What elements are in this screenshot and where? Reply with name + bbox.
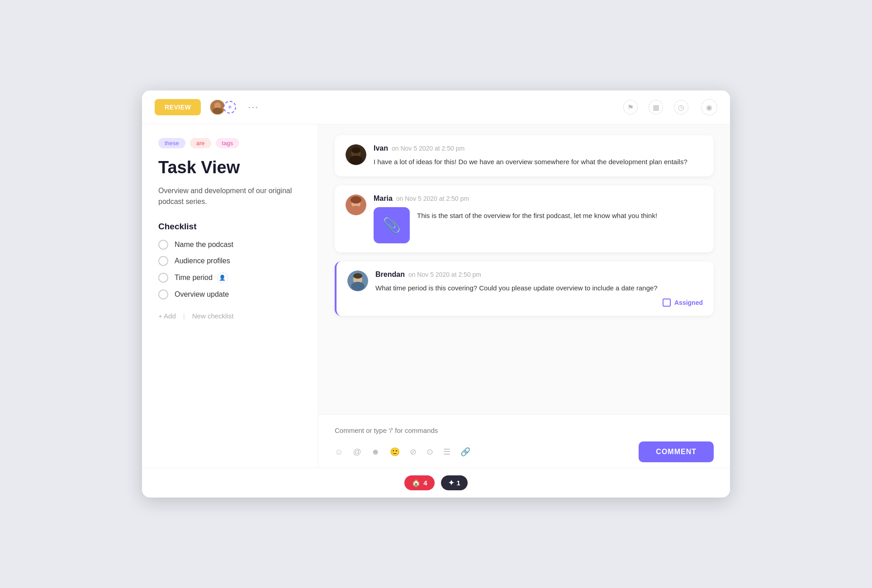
review-button[interactable]: REVIEW xyxy=(155,99,201,115)
integration-count: 1 xyxy=(457,479,460,487)
comment-author: Brendan xyxy=(375,270,405,279)
checklist-item-label: Audience profiles xyxy=(175,257,230,265)
avatar-maria xyxy=(346,194,366,215)
comment-text: This is the start of the overview for th… xyxy=(417,207,657,221)
comment-text: I have a lot of ideas for this! Do we ha… xyxy=(374,157,703,167)
notification-icon: 🏠 xyxy=(412,479,421,487)
checkbox-name-podcast[interactable] xyxy=(158,240,168,250)
assign-avatar-icon: 👤 xyxy=(217,272,228,283)
flag-icon[interactable]: ⚑ xyxy=(623,100,638,114)
comment-card-maria: Maria on Nov 5 2020 at 2:50 pm 📎 This is… xyxy=(335,185,714,252)
checklist-item: Audience profiles xyxy=(158,256,302,266)
notification-count: 4 xyxy=(423,479,427,487)
checklist-item: Time period 👤 xyxy=(158,272,302,283)
task-description: Overview and development of our original… xyxy=(158,185,302,207)
checkbox-audience[interactable] xyxy=(158,256,168,266)
checklist-item-label: Time period 👤 xyxy=(175,272,228,283)
assigned-checkbox[interactable] xyxy=(663,299,671,307)
top-icons: ⚑ ▦ ◷ xyxy=(623,100,688,114)
svg-point-15 xyxy=(351,282,365,291)
comment-time: on Nov 5 2020 at 2:50 pm xyxy=(392,145,464,152)
comment-header: Maria on Nov 5 2020 at 2:50 pm xyxy=(374,194,703,203)
svg-point-2 xyxy=(213,108,222,114)
svg-point-11 xyxy=(349,206,363,215)
tag-these[interactable]: these xyxy=(158,138,185,148)
comment-text: What time period is this covering? Could… xyxy=(375,283,703,294)
checkbox-overview[interactable] xyxy=(158,289,168,299)
integration-icon: ✦ xyxy=(448,479,454,487)
bottom-bar: 🏠 4 ✦ 1 xyxy=(142,468,730,498)
comment-header: Ivan on Nov 5 2020 at 2:50 pm xyxy=(374,144,703,152)
checklist-item: Overview update xyxy=(158,289,302,299)
avatar-brendan xyxy=(347,270,368,291)
assigned-label: Assigned xyxy=(674,299,703,306)
comment-input[interactable] xyxy=(335,423,714,438)
attachment-thumbnail: 📎 xyxy=(374,207,410,243)
comment-time: on Nov 5 2020 at 2:50 pm xyxy=(408,271,481,278)
comment-body: Maria on Nov 5 2020 at 2:50 pm 📎 This is… xyxy=(374,194,703,243)
list-icon[interactable]: ☰ xyxy=(443,447,450,457)
checklist-item-label: Overview update xyxy=(175,290,229,299)
attach-icon[interactable]: 🔗 xyxy=(460,447,470,457)
comment-card-brendan: Brendan on Nov 5 2020 at 2:50 pm What ti… xyxy=(335,261,714,316)
eye-icon[interactable]: ◉ xyxy=(701,99,717,115)
smiley-icon[interactable]: 🙂 xyxy=(390,447,400,457)
top-bar-right: ⚑ ▦ ◷ ◉ xyxy=(623,99,717,115)
comment-author: Maria xyxy=(374,194,393,203)
badge-notifications[interactable]: 🏠 4 xyxy=(404,475,434,490)
tag-tags[interactable]: tags xyxy=(216,138,240,148)
comment-body: Ivan on Nov 5 2020 at 2:50 pm I have a l… xyxy=(374,144,703,167)
task-title: Task View xyxy=(158,158,302,177)
comment-time: on Nov 5 2020 at 2:50 pm xyxy=(396,195,469,202)
record-icon[interactable]: ⊙ xyxy=(427,447,433,457)
slash-icon[interactable]: ⊘ xyxy=(410,447,417,457)
add-checklist-item-button[interactable]: + Add xyxy=(158,312,176,320)
svg-point-16 xyxy=(353,273,362,279)
checkbox-time-period[interactable] xyxy=(158,273,168,283)
svg-point-8 xyxy=(351,147,360,153)
comment-card-ivan: Ivan on Nov 5 2020 at 2:50 pm I have a l… xyxy=(335,135,714,176)
checklist-items: Name the podcast Audience profiles Time … xyxy=(158,240,302,299)
calendar-icon[interactable]: ▦ xyxy=(649,100,663,114)
app-window: REVIEW + ··· ⚑ ▦ ◷ ◉ xyxy=(142,90,730,498)
top-bar: REVIEW + ··· ⚑ ▦ ◷ ◉ xyxy=(142,90,730,124)
comment-input-area: ☺ @ ☻ 🙂 ⊘ ⊙ ☰ 🔗 COMMENT xyxy=(318,414,730,468)
badge-integrations[interactable]: ✦ 1 xyxy=(441,475,468,490)
clock-icon[interactable]: ◷ xyxy=(674,100,688,114)
checklist-item: Name the podcast xyxy=(158,240,302,250)
tags-row: these are tags xyxy=(158,138,302,148)
new-checklist-button[interactable]: New checklist xyxy=(192,312,234,320)
mention-icon[interactable]: ☺ xyxy=(335,447,343,457)
comment-toolbar: ☺ @ ☻ 🙂 ⊘ ⊙ ☰ 🔗 COMMENT xyxy=(335,441,714,462)
checklist-item-label: Name the podcast xyxy=(175,241,233,249)
assigned-badge: Assigned xyxy=(375,299,703,307)
right-panel: Ivan on Nov 5 2020 at 2:50 pm I have a l… xyxy=(318,124,730,468)
add-user-button[interactable]: + xyxy=(223,101,236,114)
svg-point-7 xyxy=(349,156,363,165)
at-icon[interactable]: @ xyxy=(353,447,361,457)
emoji-icon[interactable]: ☻ xyxy=(371,447,380,457)
comment-body: Brendan on Nov 5 2020 at 2:50 pm What ti… xyxy=(375,270,703,307)
paperclip-icon: 📎 xyxy=(383,217,401,234)
avatar-ivan xyxy=(346,144,366,165)
comment-tools: ☺ @ ☻ 🙂 ⊘ ⊙ ☰ 🔗 xyxy=(335,447,470,457)
svg-point-12 xyxy=(351,196,361,204)
comments-list: Ivan on Nov 5 2020 at 2:50 pm I have a l… xyxy=(318,124,730,414)
avatar-group: + xyxy=(209,99,236,116)
main-content: these are tags Task View Overview and de… xyxy=(142,124,730,468)
left-panel: these are tags Task View Overview and de… xyxy=(142,124,318,468)
comment-attachment: 📎 This is the start of the overview for … xyxy=(374,207,703,243)
comment-button[interactable]: COMMENT xyxy=(639,441,714,462)
comment-header: Brendan on Nov 5 2020 at 2:50 pm xyxy=(375,270,703,279)
tag-are[interactable]: are xyxy=(190,138,211,148)
comment-author: Ivan xyxy=(374,144,388,152)
more-options-button[interactable]: ··· xyxy=(248,101,259,113)
checklist-actions: + Add | New checklist xyxy=(158,312,302,320)
checklist-title: Checklist xyxy=(158,222,302,232)
